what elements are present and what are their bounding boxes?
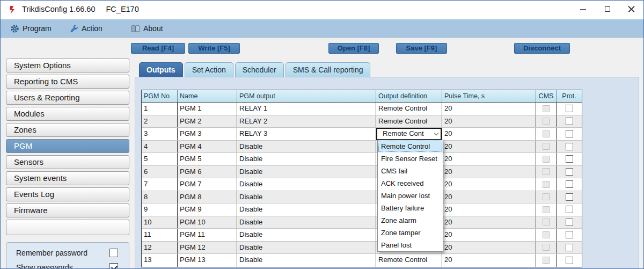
menu-item-about[interactable]: About [131,19,163,38]
prot-checkbox[interactable] [566,180,573,188]
cell-output-definition[interactable]: Remote Cont Remote Cont [376,128,442,140]
cell-cms [536,191,557,203]
cell-pulse-time[interactable]: 20 [442,153,536,165]
prot-checkbox[interactable] [566,231,573,238]
cell-pulse-time[interactable]: 20 [442,115,536,128]
dropdown-option[interactable]: Panel lost [378,239,443,251]
dropdown-option[interactable]: Remote Control [378,140,443,152]
cell-pulse-time[interactable]: 20 [442,141,536,153]
minimize-button[interactable] [571,1,595,18]
cell-name[interactable]: PGM 2 [178,115,237,128]
maximize-button[interactable] [595,1,619,18]
sidebar-item[interactable]: System Options [6,59,129,72]
tab[interactable]: Outputs [139,62,183,77]
sidebar-item[interactable]: Events Log [6,187,129,201]
cell-name[interactable]: PGM 6 [178,166,237,178]
cell-pgm-output[interactable]: Disable [237,191,376,203]
tab[interactable]: Scheduler [235,62,284,77]
menu-item-action[interactable]: Action [69,19,103,38]
cell-pulse-time[interactable]: 20 [442,166,536,178]
dropdown-option[interactable]: Battery failure [378,202,443,214]
password-option-checkbox[interactable] [109,263,118,269]
cell-name[interactable]: PGM 9 [178,203,237,216]
prot-checkbox[interactable] [566,193,573,201]
toolbar-button[interactable]: Disconnect [514,43,570,54]
prot-checkbox[interactable] [566,118,573,125]
toolbar-button[interactable]: Read [F4] [131,43,185,54]
dropdown-option[interactable]: Zone alarm [378,214,443,227]
cell-name[interactable]: PGM 13 [178,254,237,267]
book-icon [131,25,140,33]
cell-pulse-time[interactable]: 20 [442,191,536,203]
cell-name[interactable]: PGM 4 [178,141,237,153]
cell-pgm-output[interactable]: RELAY 3 [237,128,376,140]
cell-name[interactable]: PGM 12 [178,242,237,254]
prot-checkbox[interactable] [566,257,573,264]
cell-pulse-time[interactable]: 20 [442,216,536,229]
cell-pgm-output[interactable]: Disable [237,254,376,267]
cell-cms [536,254,557,267]
sidebar-item[interactable]: Zones [6,123,129,137]
dropdown-option-label: Panel lost [381,241,412,249]
dropdown-option[interactable]: CMS fail [378,165,443,177]
toolbar-button[interactable]: Save [F9] [396,43,447,54]
prot-checkbox[interactable] [566,130,573,137]
prot-checkbox[interactable] [566,155,573,163]
cell-pgm-output[interactable]: Disable [237,166,376,178]
prot-checkbox[interactable] [566,105,573,112]
tab[interactable]: Set Action [185,62,233,77]
cell-pgm-no: 7 [142,178,178,191]
prot-checkbox[interactable] [566,219,573,226]
window-title: TrikdisConfig 1.66.60FC_E170 [22,5,139,13]
cell-pgm-output[interactable]: Disable [237,153,376,165]
cell-name[interactable]: PGM 1 [178,103,237,115]
toolbar-button[interactable]: Open [F8] [328,43,379,54]
sidebar-item[interactable]: Reporting to CMS [6,75,129,89]
cell-output-definition[interactable]: Remote Control Remote Control [376,254,442,267]
cell-name[interactable]: PGM 5 [178,153,237,165]
dropdown-option[interactable]: Zone tamper [378,227,443,239]
cell-pgm-output[interactable]: Disable [237,203,376,216]
cell-pgm-output[interactable]: Disable [237,242,376,254]
cell-pulse-time[interactable]: 20 [442,254,536,267]
cell-name[interactable]: PGM 11 [178,229,237,241]
dropdown-option[interactable]: Main power lost [378,190,443,202]
cell-pulse-time[interactable]: 20 [442,103,536,115]
cell-pgm-output[interactable]: Disable [237,229,376,241]
cell-name[interactable]: PGM 7 [178,178,237,191]
cell-pgm-output[interactable]: Disable [237,141,376,153]
cell-pulse-time[interactable]: 20 [442,203,536,216]
sidebar-item[interactable]: Sensors [6,155,129,169]
dropdown-option[interactable]: Fire Sensor Reset [378,152,443,165]
sidebar-item[interactable]: Firmware [6,203,129,217]
dropdown-option[interactable]: ACK received [378,177,443,190]
cell-pulse-time[interactable]: 20 [442,178,536,191]
menu-item-program[interactable]: Program [10,19,52,38]
sidebar-item-label: PGM [14,141,32,150]
sidebar-item[interactable]: System events [6,171,129,185]
sidebar-item[interactable]: Users & Reporting [6,91,129,105]
cell-name[interactable]: PGM 3 [178,128,237,140]
cell-output-definition[interactable]: Remote Control Remote Control [376,103,442,115]
cell-output-definition[interactable]: Remote Control Remote Control [376,115,442,128]
cell-pgm-output[interactable]: RELAY 1 [237,103,376,115]
output-definition-combobox[interactable]: Remote Cont [376,128,442,140]
cell-name[interactable]: PGM 8 [178,191,237,203]
cell-pulse-time[interactable]: 20 [442,128,536,140]
tab[interactable]: SMS & Call reporting [286,62,371,77]
cell-pulse-time[interactable]: 20 [442,242,536,254]
sidebar-item[interactable]: Modules [6,107,129,121]
close-button[interactable] [619,1,643,18]
prot-checkbox[interactable] [566,168,573,176]
password-option-checkbox[interactable] [109,249,118,257]
cell-pgm-output[interactable]: Disable [237,216,376,229]
prot-checkbox[interactable] [566,143,573,150]
cell-pulse-time[interactable]: 20 [442,229,536,241]
cell-pgm-output[interactable]: Disable [237,178,376,191]
prot-checkbox[interactable] [566,206,573,213]
sidebar-item[interactable]: PGM [6,139,129,153]
cell-pgm-output[interactable]: RELAY 2 [237,115,376,128]
cell-name[interactable]: PGM 10 [178,216,237,229]
prot-checkbox[interactable] [566,244,573,251]
toolbar-button[interactable]: Write [F5] [188,43,240,54]
